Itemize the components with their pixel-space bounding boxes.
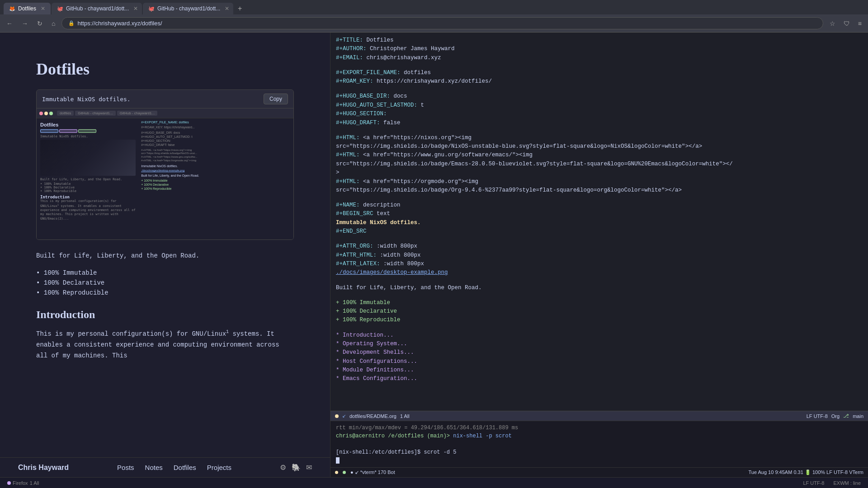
nested-immutable: Immutable NixOS dotfiles. <box>141 164 292 168</box>
copy-button[interactable]: Copy <box>264 94 288 104</box>
nested-tab-3: GitHub - chayward1... <box>117 111 157 116</box>
term-line-prompt: chris@acernitro /e/dotfiles (main)> nix-… <box>336 432 863 440</box>
line-star-intro: * Introduction... <box>336 331 863 340</box>
badge-nixos <box>40 129 58 133</box>
status-firefox: Firefox <box>13 480 28 486</box>
line-export: #+EXPORT_FILE_NAME: dotfiles <box>336 69 863 77</box>
tab-icon-1: 🦊 <box>9 6 15 12</box>
nested-tabs: dotfiles GitHub - chayward1... GitHub - … <box>54 111 160 116</box>
footer-nav: Chris Hayward Posts Notes Dotfiles Proje… <box>0 457 330 477</box>
line-star-os: * Operating System... <box>336 340 863 348</box>
bullet-list: 100% Immutable 100% Declarative 100% Rep… <box>36 268 294 298</box>
tab-dotfiles[interactable]: 🦊 Dotfiles ✕ <box>4 3 51 14</box>
status-encoding: LF UTF-8 <box>803 480 824 486</box>
reload-button[interactable]: ↻ <box>34 18 45 29</box>
line-hugo-draft: #+HUGO_DRAFT: false <box>336 119 863 127</box>
editor-status-dot <box>335 414 339 418</box>
page-title: Dotfiles <box>36 60 294 79</box>
tab-close-3[interactable]: ✕ <box>225 5 229 12</box>
nav-bar: ← → ↻ ⌂ 🔒 https://chrishayward.xyz/dotfi… <box>0 14 868 32</box>
screenshot-box: Immutable NixOS dotfiles. Copy dotfiles … <box>36 89 294 240</box>
screenshot-image: dotfiles GitHub - chayward1... GitHub - … <box>37 108 293 239</box>
ts-right: Tue Aug 10 9:45AM 0.31 🔋 100% LF UTF-8 V… <box>749 469 864 475</box>
line-attr-org: #+ATTR_ORG: :width 800px <box>336 242 863 251</box>
list-item-immutable: 100% Immutable <box>36 268 294 278</box>
editor-file: dotfiles/README.org <box>349 413 396 419</box>
editor-panel: #+TITLE: Dotfiles #+AUTHOR: Christopher … <box>330 33 868 477</box>
line-star-emacs: * Emacs Configuration... <box>336 375 863 383</box>
nested-content: Dotfiles Immutable NixOS dotfiles. Built… <box>37 118 293 239</box>
screenshot-toolbar: Immutable NixOS dotfiles. Copy <box>37 90 293 108</box>
line-name: #+NAME: description <box>336 201 863 210</box>
line-end-src: #+END_SRC <box>336 227 863 236</box>
status-exwm: EXWM : line <box>833 480 861 486</box>
line-star-dev: * Development Shells... <box>336 348 863 357</box>
editor-content[interactable]: #+TITLE: Dotfiles #+AUTHOR: Christopher … <box>330 33 868 411</box>
web-content: Dotfiles Immutable NixOS dotfiles. Copy <box>0 33 330 457</box>
footer-link-projects[interactable]: Projects <box>207 464 231 471</box>
nested-tab-1: dotfiles <box>57 111 74 116</box>
dot-green <box>49 112 53 115</box>
intro-text-1: This is my personal configuration(s) for… <box>36 330 226 338</box>
badge-org <box>78 129 96 133</box>
nested-org-hugo: #+HUGO_BASE_DIR: docs #+HUGO_AUTO_SET_LA… <box>141 131 292 147</box>
editor-lines: 1 All <box>400 413 410 419</box>
editor-status-bar: ↙ dotfiles/README.org 1 All LF UTF-8 Org… <box>330 411 868 421</box>
footer-links: Posts Notes Dotfiles Projects <box>117 464 231 471</box>
footer-link-posts[interactable]: Posts <box>117 464 134 471</box>
line-blank-7 <box>336 292 863 299</box>
tab-icon-3: 🐙 <box>148 6 155 12</box>
nested-plus-list: + 100% Immutable + 100% Declarative + 10… <box>141 178 292 191</box>
nested-intro: This is my personal configuration(s) for… <box>40 199 136 221</box>
tab-label-3: GitHub - chayward1/dott... <box>157 5 220 12</box>
term-cursor <box>336 457 340 464</box>
tab-close-2[interactable]: ✕ <box>133 5 138 12</box>
github-icon[interactable]: ⚙ <box>280 463 286 472</box>
status-all: 1 All <box>30 480 39 486</box>
home-button[interactable]: ⌂ <box>49 18 58 29</box>
nested-body-text: Built for Life, Liberty, and the Open Ro… <box>40 178 136 182</box>
nested-org-roam: #+ROAM_KEY: https://chrishayward... <box>141 125 292 129</box>
ts-vterm: ● ↙ *vterm* 170 Bot <box>350 469 395 475</box>
tab-bar: 🦊 Dotfiles ✕ 🐙 GitHub - chayward1/dott..… <box>0 0 868 14</box>
mastodon-icon[interactable]: 🐘 <box>292 463 301 472</box>
intro-heading: Introduction <box>36 309 294 321</box>
line-built: Built for Life, Liberty, and the Open Ro… <box>336 284 863 292</box>
nested-left: Dotfiles Immutable NixOS dotfiles. Built… <box>37 118 139 239</box>
line-hugo-base: #+HUGO_BASE_DIR: docs <box>336 92 863 101</box>
dot-yellow <box>44 112 48 115</box>
nested-path: ./docs/images/desktop-example.png <box>141 169 292 173</box>
line-blank-6 <box>336 277 863 284</box>
new-tab-button[interactable]: + <box>234 3 245 14</box>
term-line-rtt: rtt min/avg/max/mdev = 49.294/186.651/36… <box>336 424 863 432</box>
footer-link-dotfiles[interactable]: Dotfiles <box>174 464 196 471</box>
tab-github-1[interactable]: 🐙 GitHub - chayward1/dott... ✕ <box>52 3 142 14</box>
back-button[interactable]: ← <box>4 18 15 29</box>
line-author: #+AUTHOR: Christopher James Hayward <box>336 45 863 53</box>
line-plus-3: + 100% Reproducible <box>336 316 863 324</box>
menu-button[interactable]: ≡ <box>855 18 864 29</box>
editor-branch-icon: ⎇ <box>843 413 849 419</box>
line-html-3: #+HTML: <a href="https://orgmode.org"><i… <box>336 178 863 186</box>
nested-inner-screenshot <box>40 140 136 176</box>
badge-emacs <box>59 129 77 133</box>
status-indicator-left: Firefox 1 All <box>7 480 39 486</box>
email-icon[interactable]: ✉ <box>306 463 312 472</box>
line-immutable: Immutable NixOS dotfiles. <box>336 219 863 227</box>
forward-button[interactable]: → <box>19 18 31 29</box>
line-blank-2 <box>336 86 863 93</box>
list-item-declarative: 100% Declarative <box>36 278 294 288</box>
tab-github-2[interactable]: 🐙 GitHub - chayward1/dott... ✕ <box>143 3 233 14</box>
bottom-status-bar: Firefox 1 All LF UTF-8 EXWM : line <box>0 477 868 488</box>
bookmark-button[interactable]: ☆ <box>827 18 838 29</box>
editor-wheel-icon: ↙ <box>342 413 346 418</box>
tab-close-1[interactable]: ✕ <box>41 5 45 12</box>
intro-paragraph: This is my personal configuration(s) for… <box>36 328 294 361</box>
extensions-button[interactable]: 🛡 <box>841 18 853 29</box>
dot-red <box>39 112 43 115</box>
footer-link-notes[interactable]: Notes <box>145 464 163 471</box>
nested-tab-2: GitHub - chayward1... <box>75 111 115 116</box>
line-html-1: #+HTML: <a href="https://nixos.org"><img <box>336 134 863 142</box>
nested-intro-heading: Introduction <box>40 195 136 199</box>
address-bar[interactable]: 🔒 https://chrishayward.xyz/dotfiles/ <box>61 17 823 29</box>
